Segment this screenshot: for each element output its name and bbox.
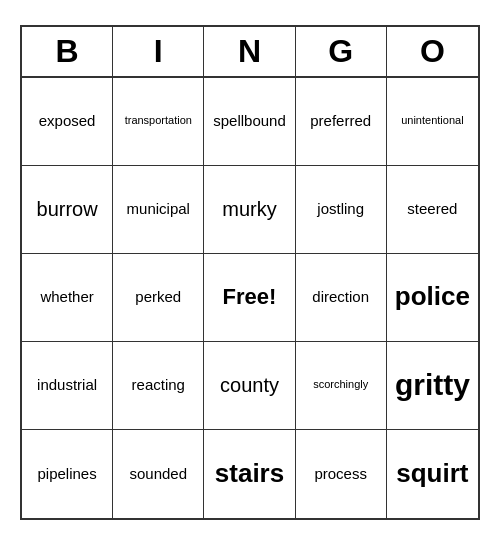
bingo-cell-24: squirt [387,430,478,518]
cell-text-8: jostling [317,200,364,218]
cell-text-14: police [395,281,470,312]
bingo-cell-0: exposed [22,78,113,166]
bingo-card: BINGO exposedtransportationspellboundpre… [20,25,480,520]
cell-text-17: county [220,373,279,397]
cell-text-13: direction [312,288,369,306]
cell-text-21: sounded [130,465,188,483]
cell-text-1: transportation [125,114,192,127]
bingo-cell-15: industrial [22,342,113,430]
cell-text-23: process [314,465,367,483]
bingo-cell-17: county [204,342,295,430]
cell-text-11: perked [135,288,181,306]
cell-text-16: reacting [132,376,185,394]
bingo-cell-19: gritty [387,342,478,430]
bingo-cell-11: perked [113,254,204,342]
cell-text-12: Free! [223,284,277,310]
cell-text-20: pipelines [37,465,96,483]
cell-text-5: burrow [37,197,98,221]
bingo-cell-18: scorchingly [296,342,387,430]
bingo-cell-20: pipelines [22,430,113,518]
bingo-cell-8: jostling [296,166,387,254]
bingo-header: BINGO [22,27,478,78]
cell-text-4: unintentional [401,114,463,127]
cell-text-22: stairs [215,458,284,489]
cell-text-2: spellbound [213,112,286,130]
bingo-cell-7: murky [204,166,295,254]
cell-text-6: municipal [127,200,190,218]
bingo-cell-16: reacting [113,342,204,430]
bingo-cell-23: process [296,430,387,518]
header-letter-n: N [204,27,295,76]
cell-text-19: gritty [395,367,470,403]
bingo-cell-14: police [387,254,478,342]
cell-text-18: scorchingly [313,378,368,391]
bingo-cell-13: direction [296,254,387,342]
bingo-cell-22: stairs [204,430,295,518]
bingo-cell-10: whether [22,254,113,342]
bingo-cell-1: transportation [113,78,204,166]
header-letter-g: G [296,27,387,76]
cell-text-15: industrial [37,376,97,394]
cell-text-10: whether [40,288,93,306]
cell-text-9: steered [407,200,457,218]
bingo-cell-9: steered [387,166,478,254]
cell-text-0: exposed [39,112,96,130]
cell-text-7: murky [222,197,276,221]
bingo-cell-12: Free! [204,254,295,342]
header-letter-b: B [22,27,113,76]
bingo-cell-5: burrow [22,166,113,254]
bingo-grid: exposedtransportationspellboundpreferred… [22,78,478,518]
bingo-cell-21: sounded [113,430,204,518]
bingo-cell-3: preferred [296,78,387,166]
bingo-cell-6: municipal [113,166,204,254]
cell-text-3: preferred [310,112,371,130]
cell-text-24: squirt [396,458,468,489]
header-letter-o: O [387,27,478,76]
bingo-cell-2: spellbound [204,78,295,166]
bingo-cell-4: unintentional [387,78,478,166]
header-letter-i: I [113,27,204,76]
